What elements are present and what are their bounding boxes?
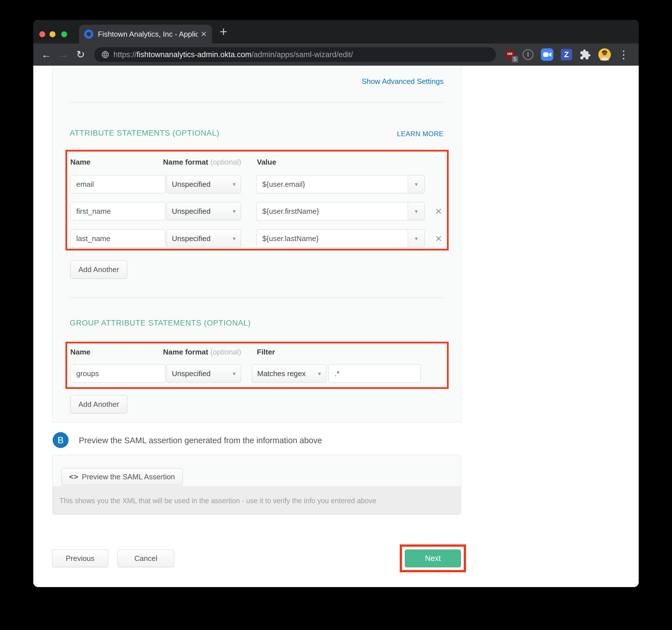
- attr-format-select[interactable]: Unspecified ▾: [166, 229, 241, 248]
- onepassword-extension-icon[interactable]: [523, 49, 533, 60]
- attr-name-input[interactable]: [70, 175, 165, 193]
- preview-section-heading: Preview the SAML assertion generated fro…: [79, 436, 322, 445]
- zoom-extension-icon[interactable]: [541, 48, 553, 61]
- dropdown-arrow-icon: ▾: [415, 208, 418, 215]
- z-extension-icon[interactable]: Z: [561, 49, 572, 60]
- preview-note-bar: This shows you the XML that will be used…: [53, 486, 461, 514]
- attr-format-select[interactable]: Unspecified ▾: [166, 175, 241, 193]
- attribute-statements-title: ATTRIBUTE STATEMENTS (OPTIONAL): [70, 129, 219, 137]
- code-icon: < >: [69, 473, 77, 481]
- dropdown-arrow-icon: ▾: [233, 208, 236, 215]
- group-format-value: Unspecified: [172, 369, 211, 378]
- attr-value-combo: ▾: [256, 229, 425, 248]
- close-tab-icon[interactable]: ✕: [200, 30, 207, 39]
- attr-format-select[interactable]: Unspecified ▾: [166, 202, 241, 220]
- okta-favicon-icon: [84, 30, 93, 39]
- extensions-puzzle-icon[interactable]: [579, 49, 591, 60]
- dropdown-arrow-icon: ▾: [318, 370, 321, 377]
- attr-col-format-label: Name format (optional): [163, 158, 241, 167]
- browser-menu-icon[interactable]: ⋮: [618, 49, 629, 60]
- close-window-button[interactable]: [39, 31, 45, 37]
- learn-more-link[interactable]: LEARN MORE: [397, 130, 443, 138]
- group-filter-value: Matches regex: [257, 369, 306, 378]
- dropdown-arrow-icon: ▾: [233, 370, 236, 377]
- preview-note-text: This shows you the XML that will be used…: [59, 497, 377, 505]
- attr-col-value-label: Value: [257, 158, 276, 167]
- url-host: fishtownanalytics-admin.okta.com: [137, 50, 251, 59]
- preview-box-top: < > Preview the SAML Assertion: [53, 455, 461, 486]
- ublock-label: uo: [504, 51, 515, 56]
- preview-button-label: Preview the SAML Assertion: [82, 473, 175, 481]
- minimize-window-button[interactable]: [49, 31, 55, 37]
- forward-button[interactable]: →: [57, 49, 70, 60]
- dropdown-arrow-icon: ▾: [233, 181, 236, 187]
- browser-tab[interactable]: Fishtown Analytics, Inc - Applic ✕: [79, 25, 212, 44]
- attr-value-input[interactable]: [257, 175, 408, 193]
- browser-toolbar: ← → ↻ https://fishtownanalytics-admin.ok…: [33, 44, 639, 66]
- attr-name-input[interactable]: [70, 229, 165, 248]
- add-another-group-button[interactable]: Add Another: [70, 395, 127, 413]
- attr-value-combo: ▾: [256, 175, 425, 193]
- ublock-badge: 5: [512, 56, 518, 62]
- show-advanced-settings-link[interactable]: Show Advanced Settings: [362, 77, 443, 86]
- tab-strip: Fishtown Analytics, Inc - Applic ✕ +: [33, 20, 639, 44]
- attr-value-input[interactable]: [257, 202, 408, 220]
- group-col-format-label: Name format (optional): [163, 348, 241, 356]
- reload-button[interactable]: ↻: [74, 49, 87, 60]
- group-col-optional-label: (optional): [210, 348, 241, 356]
- previous-button[interactable]: Previous: [52, 550, 108, 567]
- attribute-row: Unspecified ▾ ▾ ✕: [70, 229, 442, 248]
- preview-saml-assertion-button[interactable]: < > Preview the SAML Assertion: [62, 468, 183, 485]
- group-attribute-statements-title: GROUP ATTRIBUTE STATEMENTS (OPTIONAL): [70, 319, 251, 328]
- extension-area: uo 5 Z ⋮: [504, 48, 632, 61]
- dropdown-arrow-icon: ▾: [415, 235, 418, 242]
- next-button[interactable]: Next: [405, 550, 461, 567]
- saml-settings-panel: Show Advanced Settings ATTRIBUTE STATEME…: [52, 66, 461, 423]
- attr-value-input[interactable]: [257, 230, 408, 247]
- new-tab-button[interactable]: +: [220, 25, 227, 38]
- group-name-input[interactable]: [70, 364, 165, 383]
- attr-format-value: Unspecified: [172, 180, 211, 189]
- add-another-attribute-button[interactable]: Add Another: [70, 260, 127, 279]
- attr-col-optional-label: (optional): [210, 158, 241, 166]
- attr-col-name-label: Name: [70, 158, 91, 167]
- group-attribute-row: Unspecified ▾ Matches regex ▾: [70, 364, 421, 383]
- section-divider: [70, 297, 443, 298]
- attribute-row: Unspecified ▾ ▾: [70, 175, 425, 193]
- step-b-badge: B: [53, 432, 69, 448]
- site-info-icon[interactable]: [101, 50, 110, 59]
- remove-row-icon[interactable]: ✕: [435, 206, 442, 216]
- attr-value-combo: ▾: [256, 202, 425, 220]
- url-text: https://fishtownanalytics-admin.okta.com…: [114, 50, 353, 59]
- attr-value-dropdown-button[interactable]: ▾: [408, 202, 425, 220]
- group-col-filter-label: Filter: [257, 348, 275, 356]
- attribute-row: Unspecified ▾ ▾ ✕: [70, 202, 442, 220]
- attr-name-input[interactable]: [70, 202, 165, 220]
- attr-value-dropdown-button[interactable]: ▾: [408, 175, 425, 193]
- remove-row-icon[interactable]: ✕: [435, 234, 442, 244]
- attr-format-value: Unspecified: [172, 207, 211, 216]
- fullscreen-window-button[interactable]: [61, 31, 67, 37]
- preview-assertion-box: < > Preview the SAML Assertion This show…: [52, 455, 461, 514]
- url-path: /admin/apps/saml-wizard/edit/: [251, 50, 353, 59]
- group-filter-expression-input[interactable]: [329, 364, 421, 383]
- cancel-button[interactable]: Cancel: [118, 550, 174, 567]
- dropdown-arrow-icon: ▾: [415, 181, 418, 187]
- attr-format-value: Unspecified: [172, 234, 211, 243]
- attr-value-dropdown-button[interactable]: ▾: [408, 230, 425, 247]
- profile-avatar[interactable]: [598, 48, 611, 61]
- back-button[interactable]: ←: [40, 49, 53, 60]
- section-divider: [70, 102, 443, 103]
- group-filter-select[interactable]: Matches regex ▾: [252, 364, 326, 383]
- page-content: Show Advanced Settings ATTRIBUTE STATEME…: [33, 66, 639, 587]
- group-format-select[interactable]: Unspecified ▾: [166, 364, 241, 383]
- group-col-name-label: Name: [70, 348, 91, 356]
- url-scheme: https://: [114, 50, 137, 59]
- tab-title: Fishtown Analytics, Inc - Applic: [98, 30, 198, 39]
- dropdown-arrow-icon: ▾: [233, 235, 236, 242]
- browser-window: Fishtown Analytics, Inc - Applic ✕ + ← →…: [33, 20, 639, 587]
- ublock-extension-icon[interactable]: uo 5: [504, 49, 515, 60]
- address-bar[interactable]: https://fishtownanalytics-admin.okta.com…: [94, 47, 496, 62]
